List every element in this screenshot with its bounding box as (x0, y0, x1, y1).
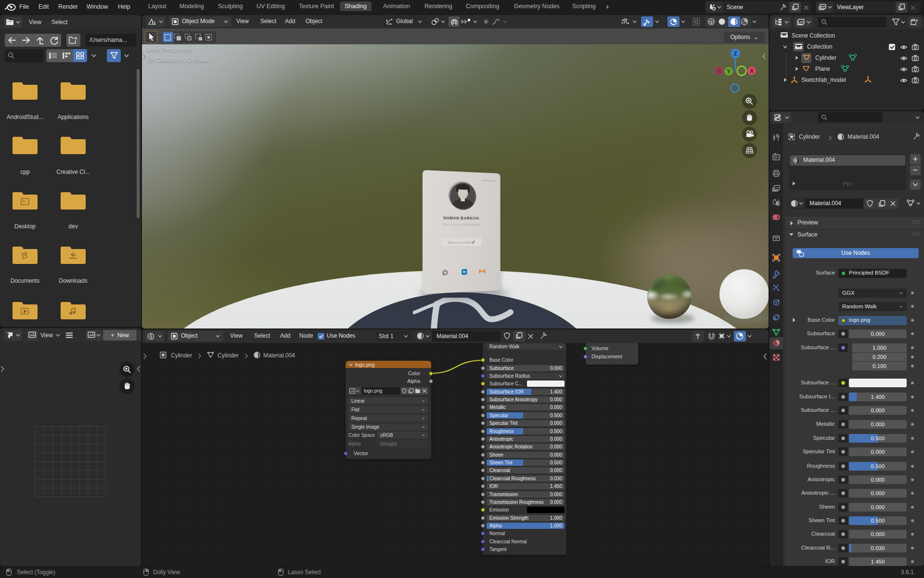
svg-text:Y: Y (727, 68, 731, 74)
svg-text:Z: Z (734, 51, 737, 56)
svg-text:X: X (750, 68, 754, 74)
